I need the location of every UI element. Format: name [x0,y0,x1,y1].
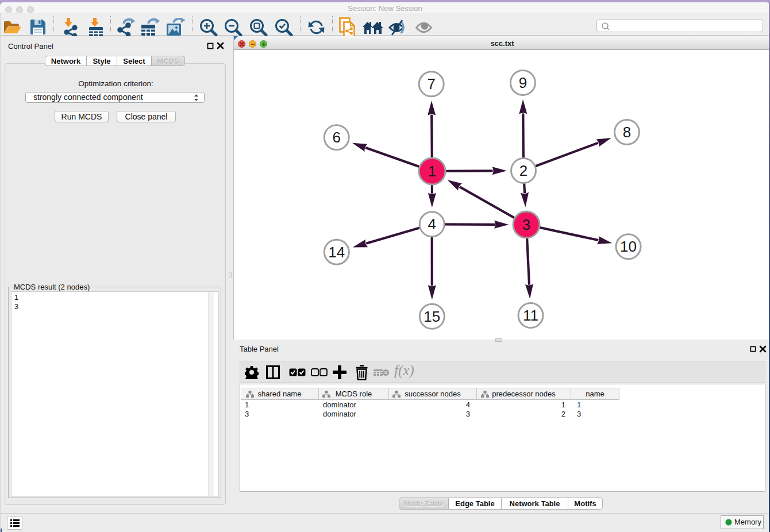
svg-text:15: 15 [424,308,440,325]
svg-text:2: 2 [519,162,528,179]
svg-text:6: 6 [332,129,340,146]
svg-text:7: 7 [427,75,435,92]
svg-text:9: 9 [519,74,527,91]
svg-text:1: 1 [428,163,436,180]
svg-text:4: 4 [428,215,436,233]
svg-text:10: 10 [620,238,637,255]
svg-text:14: 14 [328,244,345,261]
svg-text:3: 3 [522,216,530,233]
svg-text:11: 11 [523,307,538,324]
svg-text:8: 8 [623,124,631,141]
